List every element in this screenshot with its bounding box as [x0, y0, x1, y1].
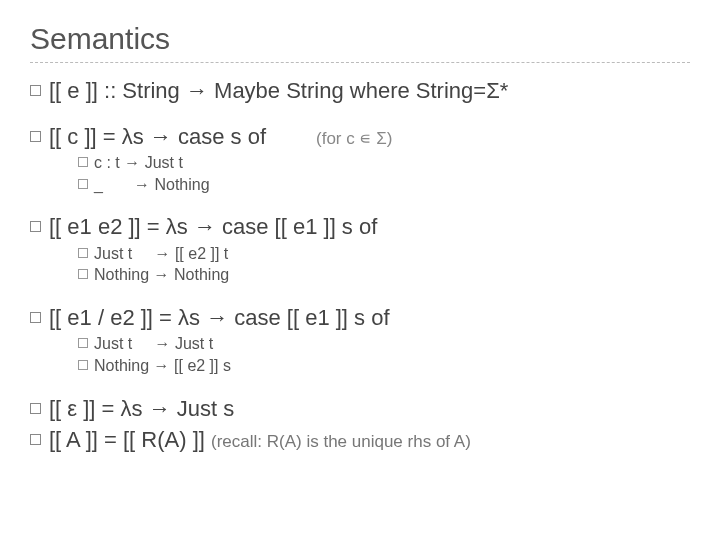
text-char-case1: c : t → Just t: [94, 154, 183, 171]
line-nonterm: [[ A ]] = [[ R(A) ]] (recall: R(A) is th…: [30, 426, 690, 454]
line-type: [[ e ]] :: String → Maybe String where S…: [30, 77, 690, 105]
bullet-icon: [78, 157, 88, 167]
text-alt-case2: Nothing → [[ e2 ]] s: [94, 357, 231, 374]
line-seq-case1: Just t → [[ e2 ]] t: [78, 243, 690, 265]
line-eps: [[ ε ]] = λs → Just s: [30, 395, 690, 423]
def-eps: [[ ε ]] = λs → Just s: [30, 395, 690, 423]
text-type: [[ e ]] :: String → Maybe String where S…: [49, 78, 508, 103]
line-seq-case2: Nothing → Nothing: [78, 264, 690, 286]
def-nonterm: [[ A ]] = [[ R(A) ]] (recall: R(A) is th…: [30, 426, 690, 454]
line-alt: [[ e1 / e2 ]] = λs → case [[ e1 ]] s of: [30, 304, 690, 332]
text-char: [[ c ]] = λs → case s of: [49, 124, 266, 149]
line-char: [[ c ]] = λs → case s of(for c ∊ Σ): [30, 123, 690, 151]
bullet-icon: [30, 403, 41, 414]
bullet-icon: [30, 312, 41, 323]
text-nonterm-aside: (recall: R(A) is the unique rhs of A): [211, 432, 471, 451]
text-alt-case1: Just t → Just t: [94, 335, 213, 352]
line-alt-case2: Nothing → [[ e2 ]] s: [78, 355, 690, 377]
line-alt-case1: Just t → Just t: [78, 333, 690, 355]
text-seq-case2: Nothing → Nothing: [94, 266, 229, 283]
text-seq: [[ e1 e2 ]] = λs → case [[ e1 ]] s of: [49, 214, 377, 239]
text-char-aside: (for c ∊ Σ): [316, 129, 392, 148]
bullet-icon: [30, 221, 41, 232]
line-char-case2: _ → Nothing: [78, 174, 690, 196]
def-alt: [[ e1 / e2 ]] = λs → case [[ e1 ]] s of …: [30, 304, 690, 377]
text-alt: [[ e1 / e2 ]] = λs → case [[ e1 ]] s of: [49, 305, 390, 330]
bullet-icon: [78, 179, 88, 189]
line-char-case1: c : t → Just t: [78, 152, 690, 174]
bullet-icon: [78, 338, 88, 348]
bullet-icon: [30, 85, 41, 96]
bullet-icon: [78, 360, 88, 370]
text-char-case2: _ → Nothing: [94, 176, 210, 193]
text-eps: [[ ε ]] = λs → Just s: [49, 396, 234, 421]
text-nonterm: [[ A ]] = [[ R(A) ]]: [49, 427, 205, 452]
slide: Semantics [[ e ]] :: String → Maybe Stri…: [0, 0, 720, 540]
line-seq: [[ e1 e2 ]] = λs → case [[ e1 ]] s of: [30, 213, 690, 241]
bullet-icon: [30, 434, 41, 445]
def-seq: [[ e1 e2 ]] = λs → case [[ e1 ]] s of Ju…: [30, 213, 690, 286]
slide-title: Semantics: [30, 22, 690, 56]
def-type: [[ e ]] :: String → Maybe String where S…: [30, 77, 690, 105]
def-char: [[ c ]] = λs → case s of(for c ∊ Σ) c : …: [30, 123, 690, 196]
text-seq-case1: Just t → [[ e2 ]] t: [94, 245, 228, 262]
bullet-icon: [78, 269, 88, 279]
bullet-icon: [78, 248, 88, 258]
title-divider: [30, 62, 690, 63]
bullet-icon: [30, 131, 41, 142]
